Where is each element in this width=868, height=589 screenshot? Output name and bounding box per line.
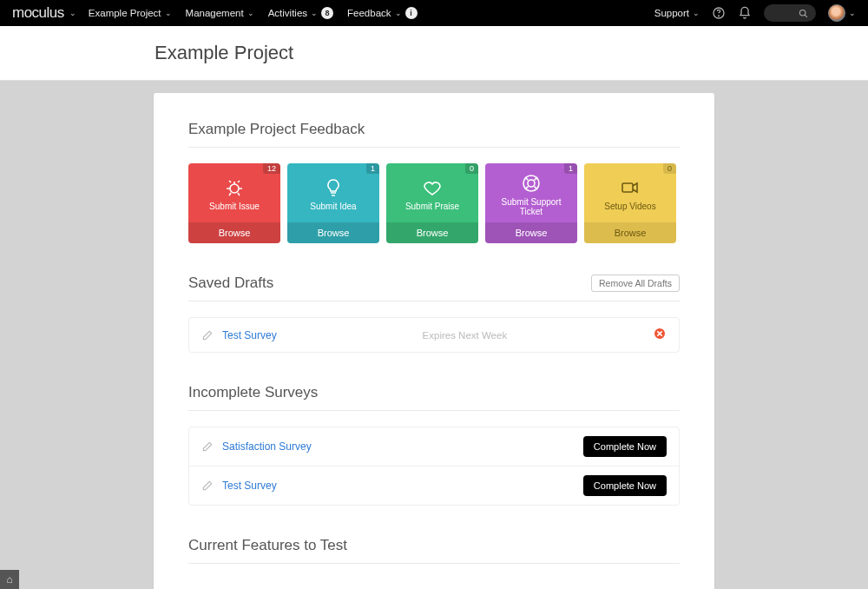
logo-chevron-icon[interactable]: ⌄ [69,9,76,17]
chevron-down-icon: ⌄ [247,9,254,17]
tile-label: Submit Idea [310,202,356,212]
page-title: Example Project [155,42,868,64]
lifebuoy-icon [521,173,542,194]
nav-item-management[interactable]: Management ⌄ [186,8,254,18]
tile-label: Submit Praise [405,202,459,212]
feedback-tiles: 12 Submit Issue Browse 1 Submit Idea Bro… [188,163,680,243]
tile-count: 12 [263,163,280,174]
logo[interactable]: moculus [12,4,64,22]
top-nav: moculus ⌄ Example Project ⌄ Management ⌄… [0,0,868,26]
drafts-list: Test Survey Expires Next Week [188,317,680,353]
tile-label: Submit Issue [209,202,260,212]
divider [188,301,680,301]
divider [188,147,680,148]
draft-title[interactable]: Test Survey [222,329,277,341]
tile-count: 1 [366,163,379,174]
close-circle-icon [653,327,667,341]
delete-draft-button[interactable] [653,327,667,343]
tile-setup-videos[interactable]: 0 Setup Videos Browse [584,163,676,243]
nav-label: Feedback [347,8,391,18]
bell-icon[interactable] [738,6,752,20]
nav-item-feedback[interactable]: Feedback ⌄ i [347,7,418,19]
divider [188,563,680,564]
incomplete-heading: Incomplete Surveys [188,384,680,401]
nav-item-project[interactable]: Example Project ⌄ [89,8,172,18]
survey-row: Test Survey Complete Now [189,466,679,505]
tile-browse[interactable]: Browse [287,222,379,243]
svg-point-3 [230,184,239,193]
divider [188,410,680,411]
incomplete-list: Satisfaction Survey Complete Now Test Su… [188,427,680,506]
nav-item-support[interactable]: Support ⌄ [654,8,700,18]
remove-all-drafts-button[interactable]: Remove All Drafts [591,275,680,292]
nav-label: Activities [268,8,307,18]
chevron-down-icon: ⌄ [849,9,856,17]
chevron-down-icon: ⌄ [311,9,318,17]
tile-submit-idea[interactable]: 1 Submit Idea Browse [287,163,379,243]
complete-now-button[interactable]: Complete Now [583,475,667,496]
tile-count: 1 [564,163,577,174]
svg-point-1 [719,16,720,17]
tile-submit-praise[interactable]: 0 Submit Praise Browse [386,163,478,243]
drafts-heading: Saved Drafts [188,275,273,292]
bulb-icon [323,177,344,198]
search-input[interactable] [764,4,816,22]
tile-count: 0 [465,163,478,174]
info-icon: i [405,7,418,19]
chevron-down-icon: ⌄ [395,9,402,17]
activities-badge: 8 [321,7,333,19]
survey-title[interactable]: Satisfaction Survey [222,440,583,453]
corner-widget[interactable]: ⌂ [0,570,19,589]
nav-label: Example Project [89,8,161,18]
survey-row: Satisfaction Survey Complete Now [189,427,679,466]
nav-item-activities[interactable]: Activities ⌄ 8 [268,7,333,19]
survey-title[interactable]: Test Survey [222,480,583,492]
tile-browse[interactable]: Browse [188,222,280,243]
bug-icon [224,177,245,198]
user-menu[interactable]: ⌄ [828,4,856,22]
main-card: Example Project Feedback 12 Submit Issue… [154,93,714,589]
chevron-down-icon: ⌄ [165,9,172,17]
tile-browse[interactable]: Browse [386,222,478,243]
svg-point-5 [528,180,535,187]
video-icon [620,177,641,198]
svg-rect-6 [622,183,633,192]
page-title-band: Example Project [0,26,868,81]
tile-label: Setup Videos [604,202,655,212]
complete-now-button[interactable]: Complete Now [583,436,667,457]
heart-icon [422,177,443,198]
nav-label: Management [186,8,244,18]
feedback-heading: Example Project Feedback [188,121,680,138]
chevron-down-icon: ⌄ [693,9,700,17]
tile-submit-issue[interactable]: 12 Submit Issue Browse [188,163,280,243]
svg-point-2 [799,10,806,16]
avatar [828,4,845,22]
edit-icon [201,480,214,492]
tile-label: Submit Support Ticket [490,197,572,217]
edit-icon [201,329,214,341]
help-icon[interactable] [712,6,726,20]
current-features-heading: Current Features to Test [188,537,680,554]
search-icon [798,8,809,19]
tile-browse[interactable]: Browse [485,222,577,243]
nav-label: Support [654,8,689,18]
draft-note: Expires Next Week [277,330,653,341]
draft-row: Test Survey Expires Next Week [189,318,679,352]
drafts-heading-row: Saved Drafts Remove All Drafts [188,275,680,292]
tile-browse[interactable]: Browse [584,222,676,243]
tile-count: 0 [663,163,676,174]
edit-icon [201,440,214,453]
tile-submit-support[interactable]: 1 Submit Support Ticket Browse [485,163,577,243]
